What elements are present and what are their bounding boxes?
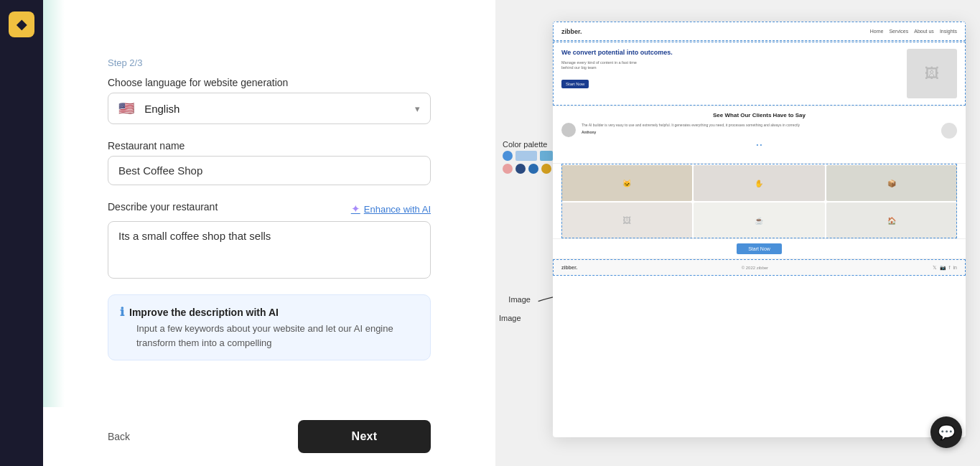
gallery-item-5: ☕: [694, 202, 824, 238]
bottom-bar: Back Next: [43, 407, 495, 466]
info-icon: ℹ: [120, 305, 124, 319]
image-placeholder-icon: 🖼: [925, 65, 939, 82]
back-button[interactable]: Back: [108, 431, 130, 442]
twitter-icon: 𝕏: [933, 265, 937, 271]
mock-cta: Start Now: [553, 238, 966, 258]
language-section: Choose language for website generation 🇺…: [108, 77, 431, 124]
mock-nav-logo: zibber.: [561, 28, 582, 35]
mock-footer-icons: 𝕏 📷 f in: [933, 265, 957, 271]
ai-info-title-text: Improve the description with AI: [129, 307, 279, 318]
mock-avatar-1: [561, 123, 576, 137]
next-button[interactable]: Next: [298, 420, 431, 453]
left-panel: Step 2/3 Choose language for website gen…: [43, 0, 495, 466]
sidebar-logo[interactable]: ◆: [9, 11, 34, 37]
mock-hero-title: We convert potential into outcomes.: [561, 49, 901, 57]
mock-hero: We convert potential into outcomes. Mana…: [553, 42, 966, 106]
svg-text:Image: Image: [508, 295, 531, 304]
swatch-blue-lighter: [515, 151, 537, 161]
describe-section: Describe your restaurant ✦ Enhance with …: [108, 201, 431, 279]
gallery-placeholder-2: ✋: [755, 180, 763, 187]
mock-nav-link-home: Home: [870, 29, 884, 34]
mock-test-dots: • •: [561, 141, 957, 148]
mock-avatar-2: [941, 123, 957, 139]
mock-cta-btn: Start Now: [737, 243, 782, 254]
flag-icon: 🇺🇸: [118, 101, 134, 116]
swatch-gold: [541, 164, 551, 174]
mock-nav-link-insights: Insights: [940, 29, 957, 34]
left-content: Step 2/3 Choose language for website gen…: [43, 0, 495, 466]
ai-info-box: ℹ Improve the description with AI Input …: [108, 294, 431, 360]
gallery-item-6: 🏠: [826, 202, 957, 238]
swatch-blue-mid: [540, 151, 553, 161]
gallery-item-2: ✋: [694, 165, 824, 201]
gallery-placeholder-1: 🐱: [622, 180, 631, 187]
instagram-icon: 📷: [940, 265, 946, 271]
enhance-ai-button[interactable]: ✦ Enhance with AI: [351, 202, 431, 215]
describe-header: Describe your restaurant ✦ Enhance with …: [108, 201, 431, 217]
mock-hero-text: We convert potential into outcomes. Mana…: [561, 49, 901, 98]
gallery-placeholder-5: ☕: [755, 217, 763, 225]
mock-test-text: The AI builder is very easy to use and e…: [582, 123, 935, 128]
gallery-placeholder-6: 🏠: [887, 217, 896, 225]
mock-test-title: See What Our Clients Have to Say: [561, 112, 957, 118]
website-card: zibber. Home Services About us Insights …: [553, 22, 966, 437]
gallery-item-3: 📦: [826, 165, 957, 201]
mock-test-row: The AI builder is very easy to use and e…: [561, 123, 957, 139]
sidebar: ◆: [0, 0, 43, 466]
swatch-blue-light: [503, 151, 513, 161]
mock-test-name: Anthony: [582, 130, 935, 134]
color-palette-label: Color palette: [503, 140, 547, 149]
swatch-red: [503, 164, 513, 174]
ai-info-text: Input a few keywords about your website …: [136, 322, 419, 350]
mock-test-content: The AI builder is very easy to use and e…: [582, 123, 935, 134]
chat-icon: 💬: [938, 424, 956, 441]
mock-hero-sub: Manage every kind of content in a fast t…: [561, 60, 901, 71]
gallery-placeholder-3: 📦: [887, 180, 896, 187]
gallery-item-1: 🐱: [561, 165, 692, 201]
facebook-icon: f: [949, 265, 951, 271]
mock-nav: zibber. Home Services About us Insights: [553, 22, 966, 42]
mock-footer: zibber. © 2022 zibber 𝕏 📷 f in: [553, 258, 966, 276]
mock-hero-image: 🖼: [907, 49, 957, 98]
restaurant-name-input[interactable]: [108, 156, 431, 185]
mock-footer-copy: © 2022 zibber: [742, 266, 768, 270]
mock-nav-link-services: Services: [889, 29, 908, 34]
restaurant-name-section: Restaurant name: [108, 140, 431, 185]
describe-textarea[interactable]: Its a small coffee shop that sells: [108, 221, 431, 279]
mock-gallery: 🐱 ✋ 📦 🖼 ☕ 🏠: [553, 164, 966, 238]
ai-sparkle-icon: ✦: [351, 202, 360, 215]
logo-icon: ◆: [17, 17, 27, 32]
image-placeholder-icon-2: 🖼: [622, 215, 631, 225]
chevron-down-icon: ▾: [415, 103, 420, 114]
right-inner: Header Image Footer Header Color palette: [495, 0, 980, 466]
mock-hero-btn: Start Now: [561, 80, 589, 88]
mock-nav-links: Home Services About us Insights: [870, 29, 957, 34]
mock-nav-link-about: About us: [914, 29, 934, 34]
ai-info-title: ℹ Improve the description with AI: [120, 305, 419, 319]
step-label: Step 2/3: [108, 57, 431, 68]
language-label: Choose language for website generation: [108, 77, 431, 88]
mock-testimonials: See What Our Clients Have to Say The AI …: [553, 106, 966, 164]
right-panel: Header Image Footer Header Color palette: [495, 0, 980, 466]
restaurant-name-label: Restaurant name: [108, 140, 431, 152]
mock-footer-logo: zibber.: [561, 265, 577, 270]
chat-button[interactable]: 💬: [930, 416, 962, 448]
swatch-navy: [515, 164, 526, 174]
image-annotation: Image: [499, 314, 521, 322]
language-value: English: [144, 103, 179, 115]
swatch-blue-2: [528, 164, 538, 174]
enhance-ai-label: Enhance with AI: [364, 204, 431, 215]
describe-label: Describe your restaurant: [108, 201, 218, 213]
gallery-item-4: 🖼: [561, 202, 692, 238]
language-select[interactable]: 🇺🇸 English ▾: [108, 93, 431, 124]
linkedin-icon: in: [953, 265, 957, 271]
